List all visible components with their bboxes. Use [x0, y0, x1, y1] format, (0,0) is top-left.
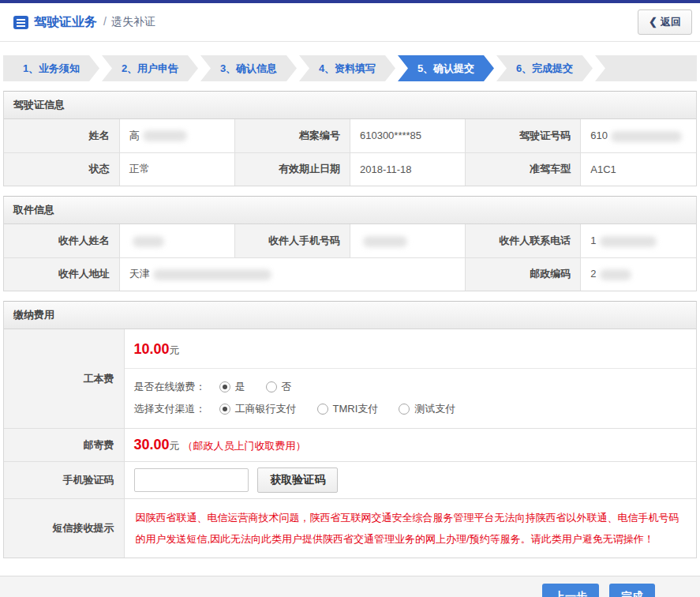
redacted-recipient-mobile: [363, 236, 407, 247]
recipient-name-label: 收件人姓名: [4, 224, 119, 257]
step-2-user-declaration[interactable]: 2、用户申告: [102, 55, 198, 81]
name-value: 高: [119, 119, 234, 152]
radio-unselected-icon[interactable]: [317, 404, 328, 415]
production-fee-value: 10.00元 是否在线缴费： 是 否 选择支付渠道： 工商银行支付 TMRI支付…: [124, 329, 696, 429]
page-header: 驾驶证业务 /遗失补证 ❮返回: [0, 3, 700, 42]
postage-fee-number: 30.00: [134, 437, 170, 452]
file-no-label: 档案编号: [234, 119, 350, 152]
step-6-complete-submit[interactable]: 6、完成提交: [496, 55, 593, 81]
valid-until-label: 有效期止日期: [234, 152, 350, 186]
radio-unselected-icon[interactable]: [399, 404, 410, 415]
breadcrumb-separator: /: [103, 15, 107, 28]
recipient-address-value: 天津: [119, 257, 465, 291]
license-info-table: 姓名 高 档案编号 610300****85 驾驶证号码 610 状态 正常 有…: [4, 119, 696, 186]
radio-option-no[interactable]: 否: [266, 380, 292, 394]
payment-title: 缴纳费用: [4, 302, 696, 329]
finish-button[interactable]: 完成: [609, 584, 655, 597]
sms-tip-label: 短信接收提示: [4, 499, 124, 558]
step-1-business-notice[interactable]: 1、业务须知: [3, 55, 99, 81]
captcha-field-cell: 获取验证码: [124, 462, 696, 499]
captcha-row: 手机验证码 获取验证码: [4, 462, 696, 499]
recipient-mobile-value: [350, 224, 465, 257]
vehicle-class-value: A1C1: [581, 152, 696, 186]
production-fee-row: 工本费 10.00元 是否在线缴费： 是 否 选择支付渠道： 工商银行支付 TM…: [4, 329, 696, 429]
payment-table: 工本费 10.00元 是否在线缴费： 是 否 选择支付渠道： 工商银行支付 TM…: [4, 329, 696, 558]
recipient-address-label: 收件人地址: [4, 257, 119, 291]
license-no-label: 驾驶证号码: [466, 119, 581, 152]
payment-options: 是否在线缴费： 是 否 选择支付渠道： 工商银行支付 TMRI支付 测试支付: [125, 369, 697, 428]
page-title: 驾驶证业务: [34, 14, 97, 31]
license-no-value: 610: [581, 119, 696, 152]
pickup-info-title: 取件信息: [4, 197, 696, 224]
back-button-label: 返回: [661, 16, 681, 28]
production-fee-number: 10.00: [134, 341, 170, 357]
radio-unselected-icon[interactable]: [266, 381, 277, 392]
breadcrumb-current: 遗失补证: [111, 15, 155, 28]
redacted-recipient-phone: [600, 236, 657, 247]
radio-option-tmri-label: TMRI支付: [333, 402, 379, 416]
chevron-left-icon: ❮: [649, 16, 657, 28]
postage-fee-row: 邮寄费 30.00元（邮政人员上门收取费用）: [4, 429, 696, 462]
name-label: 姓名: [4, 119, 119, 152]
license-info-title: 驾驶证信息: [4, 92, 696, 119]
step-3-confirm-info[interactable]: 3、确认信息: [200, 55, 297, 81]
radio-option-tmri[interactable]: TMRI支付: [317, 402, 379, 416]
valid-until-value: 2018-11-18: [350, 152, 465, 186]
table-row: 状态 正常 有效期止日期 2018-11-18 准驾车型 A1C1: [4, 152, 696, 186]
radio-option-test-label: 测试支付: [414, 402, 455, 416]
captcha-input[interactable]: [134, 468, 249, 492]
back-button[interactable]: ❮返回: [638, 9, 692, 35]
recipient-mobile-label: 收件人手机号码: [234, 224, 350, 257]
recipient-phone-value: 1: [581, 224, 696, 257]
sms-tip-text: 因陕西省联通、电信运营商技术问题，陕西省互联网交通安全综合服务管理平台无法向持陕…: [136, 507, 686, 550]
breadcrumb: /遗失补证: [103, 15, 155, 29]
footer-action-bar: 上一步 完成: [0, 576, 700, 597]
table-row: 收件人地址 天津 邮政编码 2: [4, 257, 696, 291]
redacted-name: [143, 130, 187, 141]
production-fee-amount: 10.00元: [125, 329, 697, 368]
status-label: 状态: [4, 152, 119, 186]
postage-fee-label: 邮寄费: [4, 429, 124, 462]
postage-fee-note: （邮政人员上门收取费用）: [183, 440, 306, 452]
status-value: 正常: [119, 152, 234, 186]
vehicle-class-label: 准驾车型: [466, 152, 581, 186]
online-payment-row: 是否在线缴费： 是 否: [134, 376, 687, 398]
redacted-recipient-name: [133, 236, 164, 247]
step-4-fill-data[interactable]: 4、资料填写: [299, 55, 395, 81]
file-no-value: 610300****85: [350, 119, 465, 152]
captcha-label: 手机验证码: [4, 462, 124, 499]
radio-selected-icon[interactable]: [219, 381, 230, 392]
radio-option-icbc-label: 工商银行支付: [235, 402, 297, 416]
payment-channel-label: 选择支付渠道：: [134, 402, 219, 416]
step-wizard: 1、业务须知 2、用户申告 3、确认信息 4、资料填写 5、确认提交 6、完成提…: [3, 55, 697, 81]
previous-step-button[interactable]: 上一步: [542, 584, 599, 597]
table-row: 收件人姓名 收件人手机号码 收件人联系电话 1: [4, 224, 696, 257]
pickup-info-section: 取件信息 收件人姓名 收件人手机号码 收件人联系电话 1 收件人地址 天津 邮政…: [3, 196, 697, 291]
postal-code-value: 2: [581, 257, 696, 291]
redacted-recipient-address: [153, 269, 271, 280]
radio-option-yes-label: 是: [235, 380, 245, 394]
radio-option-icbc[interactable]: 工商银行支付: [219, 402, 297, 416]
payment-section: 缴纳费用 工本费 10.00元 是否在线缴费： 是 否 选择支付渠道： 工商银行: [3, 301, 697, 558]
postage-fee-unit: 元: [170, 440, 180, 452]
table-row: 姓名 高 档案编号 610300****85 驾驶证号码 610: [4, 119, 696, 152]
production-fee-label: 工本费: [4, 329, 124, 429]
radio-selected-icon[interactable]: [219, 404, 230, 415]
step-bar-filler: [595, 55, 697, 81]
get-captcha-button[interactable]: 获取验证码: [257, 467, 338, 493]
postal-code-label: 邮政编码: [466, 257, 581, 291]
recipient-phone-label: 收件人联系电话: [466, 224, 581, 257]
postage-fee-value: 30.00元（邮政人员上门收取费用）: [124, 429, 696, 462]
online-payment-label: 是否在线缴费：: [134, 380, 219, 394]
pickup-info-table: 收件人姓名 收件人手机号码 收件人联系电话 1 收件人地址 天津 邮政编码 2: [4, 224, 696, 291]
license-list-icon: [13, 16, 28, 29]
radio-option-test[interactable]: 测试支付: [399, 402, 455, 416]
sms-tip-cell: 因陕西省联通、电信运营商技术问题，陕西省互联网交通安全综合服务管理平台无法向持陕…: [124, 499, 696, 558]
payment-channel-row: 选择支付渠道： 工商银行支付 TMRI支付 测试支付: [134, 398, 687, 420]
step-5-confirm-submit[interactable]: 5、确认提交: [398, 55, 494, 81]
license-info-section: 驾驶证信息 姓名 高 档案编号 610300****85 驾驶证号码 610 状…: [3, 91, 697, 186]
redacted-postal-code: [600, 269, 631, 280]
recipient-name-value: [119, 224, 234, 257]
sms-tip-row: 短信接收提示 因陕西省联通、电信运营商技术问题，陕西省互联网交通安全综合服务管理…: [4, 499, 696, 558]
radio-option-yes[interactable]: 是: [219, 380, 245, 394]
